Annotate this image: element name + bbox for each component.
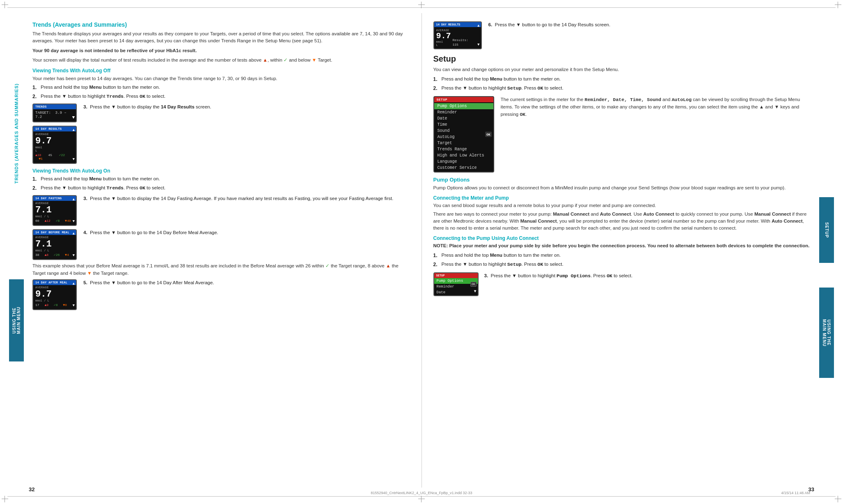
autolog-off-para: Your meter has been preset to 14 day ave… (32, 75, 410, 82)
pump-options-para: Pump Options allows you to connect or di… (433, 184, 811, 191)
step3-caption-on: 3. Press the ▼ button to display the 14 … (83, 195, 410, 202)
setup-heading: Setup (433, 54, 811, 64)
before-meal-scroll-t: ▲ (73, 232, 75, 236)
setup-steps: 1. Press and hold the top Menu button to… (433, 76, 811, 92)
auto-step-2: 2. Press the ▼ button to highlight Setup… (433, 261, 811, 268)
step-1-off: 1. Press and hold the top Menu button to… (32, 84, 410, 91)
example-para: This example shows that your Before Meal… (32, 262, 410, 277)
crosshair-bl (2, 496, 8, 502)
after-meal-scroll-t: ▲ (73, 282, 75, 286)
before-meal-scroll-b: ▼ (73, 253, 75, 258)
step-2-off: 2. Press the ▼ button to highlight Trend… (32, 93, 410, 100)
setup-ok-badge: OK (485, 132, 492, 137)
step-1-on: 1. Press and hold the top Menu button to… (32, 175, 410, 183)
fasting-avg: 7.1 (33, 205, 76, 215)
crosshair-br (835, 496, 841, 502)
footer-file: 81552940_CntrNextLINK2_4_UG_ENca_FpBp_v1… (371, 491, 472, 495)
d14-unit-1b: L (33, 149, 76, 152)
setup-item-time: Time (434, 122, 493, 128)
setup-menu-row: SETUP Pump Options Reminder Date Time So… (433, 96, 811, 173)
day14-results-row: 14 DAY RESULTS AVERAGE 9.7 mmol L ▲18 45… (32, 126, 410, 164)
setup-item-autolog: AutoLog (434, 134, 493, 140)
before-meal-stats: 38 ▲8 ✓26 ▼4 (33, 252, 76, 258)
d14-unit-1: mmol (33, 146, 76, 149)
fasting-stats: 60 ▲12 ✓8 ▼40 (33, 218, 76, 223)
auto-step-1: 1. Press and hold the top Menu button to… (433, 252, 811, 259)
day14-results-screen: 14 DAY RESULTS AVERAGE 9.7 mmol L ▲18 45… (32, 126, 77, 164)
crosshair-tl (2, 2, 8, 8)
side-tab-left-using: USING THE MAIN MENU (9, 279, 24, 361)
setup-item-pump-options: Pump Options (434, 103, 493, 109)
d14r-body: AVERAGE 9.7 mmol L Results: 115 (434, 27, 481, 48)
setup-description: The current settings in the meter for th… (501, 96, 811, 173)
setup-item-high-low: High and Low Alerts (434, 152, 493, 159)
setup-small-header: SETUP (434, 273, 478, 278)
d14-stats-1: ▲18 45 ✓22 ▼5 (33, 152, 76, 161)
side-tab-right-using: USING THE MAIN MENU (819, 288, 834, 378)
trend-scroll-down: ▼ (72, 115, 75, 120)
d14-label: 14 DAY RESULTS (33, 127, 76, 131)
fasting-label: 14 DAY FASTING (33, 196, 76, 201)
after-meal-label: 14 DAY AFTER MEAL (33, 280, 76, 285)
auto-connect-heading: Connecting to the Pump Using Auto Connec… (433, 235, 811, 241)
auto-step3-row: SETUP Pump Options Reminder Date OK ▼ 3.… (433, 272, 811, 296)
fasting-scroll-b: ▼ (73, 219, 75, 223)
setup-menu-screen: SETUP Pump Options Reminder Date Time So… (433, 96, 494, 173)
sub-heading-autolog-on: Viewing Trends With AutoLog On (32, 168, 410, 174)
setup-menu-header: SETUP (434, 97, 493, 102)
setup-step-2: 2. Press the ▼ button to highlight Setup… (433, 85, 811, 92)
footer-date: 4/15/14 11:46 AM (781, 491, 810, 495)
d14r-scroll-t: ▲ (477, 24, 479, 28)
d14-scroll-t-1: ▲ (73, 128, 75, 132)
day14-results-big-screen: 14 DAY RESULTS AVERAGE 9.7 mmol L Result… (433, 21, 482, 49)
step6-caption: 6. Press the ▼ button to go to the 14 Da… (488, 21, 811, 28)
day14-before-meal-screen: 14 DAY BEFORE MEAL AVERAGE 7.1 mmol / L … (32, 229, 77, 260)
trend-target: TARGET: 3.9 – 7.2 (33, 109, 76, 120)
steps-autolog-off: 1. Press and hold the top Menu button to… (32, 84, 410, 100)
setup-item-reminder: Reminder (434, 109, 493, 115)
crosshair-tc (418, 2, 425, 8)
connecting-meter-heading: Connecting the Meter and Pump (433, 195, 811, 201)
side-tab-right-setup: Setup (819, 197, 834, 263)
fasting-scroll-t: ▲ (73, 198, 75, 202)
auto-step3-caption: 3. Press the ▼ button to highlight Pump … (484, 272, 811, 280)
d14r-header: 14 DAY RESULTS (434, 22, 481, 27)
before-meal-label: 14 DAY BEFORE MEAL (33, 230, 76, 235)
steps-autolog-on: 1. Press and hold the top Menu button to… (32, 175, 410, 192)
section-heading-trends: Trends (Averages and Summaries) (32, 21, 410, 28)
d14r-scroll-b: ▼ (477, 43, 479, 47)
step3-caption-off: 3. Press the ▼ button to display the 14 … (83, 104, 410, 110)
step-2-on: 2. Press the ▼ button to highlight Trend… (32, 184, 410, 192)
auto-steps: 1. Press and hold the top Menu button to… (433, 252, 811, 268)
setup-screen-small: SETUP Pump Options Reminder Date OK ▼ (433, 272, 479, 296)
crosshair-tr (835, 2, 841, 8)
auto-connect-note: NOTE: Place your meter and your pump sid… (433, 242, 811, 249)
step5-caption: 5. Press the ▼ button to go to the 14 Da… (83, 279, 410, 286)
day14-after-meal-screen: 14 DAY AFTER MEAL AVERAGE 9.7 mmol / L 1… (32, 279, 77, 310)
connecting-para-2: There are two ways to connect your meter… (433, 211, 811, 232)
crosshair-bc (418, 496, 425, 502)
intro-para: The Trends feature displays your average… (32, 30, 410, 45)
side-tab-left-trends: Trends (Averages and Summaries) (9, 80, 24, 187)
step4-caption: 4. Press the ▼ button to go to the 14 Da… (83, 229, 410, 236)
before-meal-avg: 7.1 (33, 239, 76, 249)
after-meal-avg: 9.7 (33, 289, 76, 299)
day14-before-meal-row: 14 DAY BEFORE MEAL AVERAGE 7.1 mmol / L … (32, 229, 410, 260)
setup-item-date: Date (434, 115, 493, 122)
setup-small-ok: OK (470, 282, 476, 287)
trends-screen-row: TRENDS TARGET: 3.9 – 7.2 ▼ 3. Press the … (32, 104, 410, 122)
setup-item-customer-service: Customer Service (434, 165, 493, 171)
trend-screen-label: TRENDS (33, 104, 76, 109)
bold-note: Your 90 day average is not intended to b… (32, 47, 410, 54)
d14-scroll-b-1: ▼ (73, 157, 75, 161)
setup-item-language: Language (434, 159, 493, 165)
pump-options-heading: Pump Options (433, 177, 811, 183)
setup-step-1: 1. Press and hold the top Menu button to… (433, 76, 811, 83)
setup-intro: You can view and change options on your … (433, 66, 811, 73)
avg-label-1: AVERAGE (33, 131, 76, 136)
day14-fasting-row: 14 DAY FASTING AVERAGE 7.1 mmol / L 60 ▲… (32, 195, 410, 226)
connecting-para-1: You can send blood sugar results and a r… (433, 202, 811, 209)
results-note: Your screen will display the total numbe… (32, 57, 410, 64)
setup-item-sound: Sound (434, 128, 493, 134)
day14-after-meal-row: 14 DAY AFTER MEAL AVERAGE 9.7 mmol / L 1… (32, 279, 410, 310)
